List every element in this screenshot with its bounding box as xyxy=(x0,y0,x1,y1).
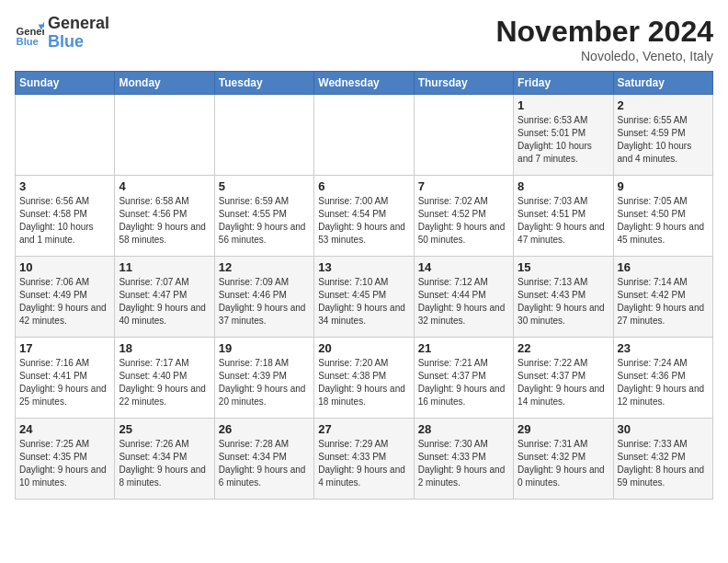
day-number: 21 xyxy=(418,341,509,355)
calendar-cell xyxy=(414,95,513,176)
day-number: 5 xyxy=(219,179,310,193)
calendar-cell: 9Sunrise: 7:05 AM Sunset: 4:50 PM Daylig… xyxy=(613,176,712,257)
weekday-saturday: Saturday xyxy=(613,72,712,95)
calendar-cell: 14Sunrise: 7:12 AM Sunset: 4:44 PM Dayli… xyxy=(414,257,513,338)
day-info: Sunrise: 7:12 AM Sunset: 4:44 PM Dayligh… xyxy=(418,276,509,327)
day-number: 26 xyxy=(219,422,310,436)
day-number: 20 xyxy=(318,341,409,355)
day-info: Sunrise: 6:59 AM Sunset: 4:55 PM Dayligh… xyxy=(219,195,310,247)
day-number: 7 xyxy=(418,179,509,193)
title-block: November 2024 Novoledo, Veneto, Italy xyxy=(495,15,713,63)
weekday-monday: Monday xyxy=(115,72,214,95)
day-info: Sunrise: 7:10 AM Sunset: 4:45 PM Dayligh… xyxy=(318,276,409,327)
calendar-cell: 2Sunrise: 6:55 AM Sunset: 4:59 PM Daylig… xyxy=(613,95,712,176)
calendar-cell: 26Sunrise: 7:28 AM Sunset: 4:34 PM Dayli… xyxy=(214,419,313,500)
weekday-sunday: Sunday xyxy=(16,72,115,95)
logo-line2: Blue xyxy=(48,33,109,52)
calendar-cell: 6Sunrise: 7:00 AM Sunset: 4:54 PM Daylig… xyxy=(314,176,414,257)
day-info: Sunrise: 7:29 AM Sunset: 4:33 PM Dayligh… xyxy=(318,438,409,489)
day-info: Sunrise: 7:06 AM Sunset: 4:49 PM Dayligh… xyxy=(19,276,110,327)
day-number: 8 xyxy=(518,179,609,193)
calendar-cell xyxy=(16,95,115,176)
weekday-thursday: Thursday xyxy=(414,72,513,95)
day-number: 23 xyxy=(618,341,709,355)
calendar-cell: 21Sunrise: 7:21 AM Sunset: 4:37 PM Dayli… xyxy=(414,338,513,419)
day-info: Sunrise: 7:20 AM Sunset: 4:38 PM Dayligh… xyxy=(318,357,409,408)
day-number: 9 xyxy=(618,179,709,193)
day-number: 22 xyxy=(518,341,609,355)
day-number: 1 xyxy=(518,98,609,112)
day-number: 10 xyxy=(19,260,110,274)
day-info: Sunrise: 7:33 AM Sunset: 4:32 PM Dayligh… xyxy=(618,438,709,489)
day-number: 27 xyxy=(318,422,409,436)
week-row-2: 3Sunrise: 6:56 AM Sunset: 4:58 PM Daylig… xyxy=(16,176,713,257)
day-number: 4 xyxy=(119,179,210,193)
day-number: 14 xyxy=(418,260,509,274)
location: Novoledo, Veneto, Italy xyxy=(495,49,713,63)
day-info: Sunrise: 7:05 AM Sunset: 4:50 PM Dayligh… xyxy=(618,195,709,247)
calendar-header: SundayMondayTuesdayWednesdayThursdayFrid… xyxy=(16,72,713,95)
calendar-cell: 18Sunrise: 7:17 AM Sunset: 4:40 PM Dayli… xyxy=(115,338,214,419)
calendar-cell: 4Sunrise: 6:58 AM Sunset: 4:56 PM Daylig… xyxy=(115,176,214,257)
page-header: General Blue General Blue November 2024 … xyxy=(15,15,713,63)
day-info: Sunrise: 7:30 AM Sunset: 4:33 PM Dayligh… xyxy=(418,438,509,489)
calendar-cell: 8Sunrise: 7:03 AM Sunset: 4:51 PM Daylig… xyxy=(514,176,613,257)
calendar-cell: 10Sunrise: 7:06 AM Sunset: 4:49 PM Dayli… xyxy=(16,257,115,338)
calendar-cell: 5Sunrise: 6:59 AM Sunset: 4:55 PM Daylig… xyxy=(214,176,313,257)
calendar-cell: 23Sunrise: 7:24 AM Sunset: 4:36 PM Dayli… xyxy=(613,338,712,419)
week-row-3: 10Sunrise: 7:06 AM Sunset: 4:49 PM Dayli… xyxy=(16,257,713,338)
day-info: Sunrise: 7:00 AM Sunset: 4:54 PM Dayligh… xyxy=(318,195,409,247)
weekday-row: SundayMondayTuesdayWednesdayThursdayFrid… xyxy=(16,72,713,95)
month-title: November 2024 xyxy=(495,15,713,49)
day-number: 6 xyxy=(318,179,409,193)
day-number: 16 xyxy=(618,260,709,274)
calendar-cell: 19Sunrise: 7:18 AM Sunset: 4:39 PM Dayli… xyxy=(214,338,313,419)
day-info: Sunrise: 7:24 AM Sunset: 4:36 PM Dayligh… xyxy=(618,357,709,408)
calendar-cell xyxy=(314,95,414,176)
day-number: 25 xyxy=(119,422,210,436)
day-info: Sunrise: 6:55 AM Sunset: 4:59 PM Dayligh… xyxy=(618,114,709,166)
calendar-cell: 16Sunrise: 7:14 AM Sunset: 4:42 PM Dayli… xyxy=(613,257,712,338)
calendar-cell: 17Sunrise: 7:16 AM Sunset: 4:41 PM Dayli… xyxy=(16,338,115,419)
calendar-cell: 28Sunrise: 7:30 AM Sunset: 4:33 PM Dayli… xyxy=(414,419,513,500)
calendar-cell: 7Sunrise: 7:02 AM Sunset: 4:52 PM Daylig… xyxy=(414,176,513,257)
calendar-cell: 30Sunrise: 7:33 AM Sunset: 4:32 PM Dayli… xyxy=(613,419,712,500)
calendar-cell: 20Sunrise: 7:20 AM Sunset: 4:38 PM Dayli… xyxy=(314,338,414,419)
day-info: Sunrise: 7:09 AM Sunset: 4:46 PM Dayligh… xyxy=(219,276,310,327)
day-number: 17 xyxy=(19,341,110,355)
day-number: 24 xyxy=(19,422,110,436)
svg-text:Blue: Blue xyxy=(17,36,39,47)
day-number: 13 xyxy=(318,260,409,274)
calendar-cell: 12Sunrise: 7:09 AM Sunset: 4:46 PM Dayli… xyxy=(214,257,313,338)
calendar-table: SundayMondayTuesdayWednesdayThursdayFrid… xyxy=(15,71,713,500)
day-info: Sunrise: 7:28 AM Sunset: 4:34 PM Dayligh… xyxy=(219,438,310,489)
day-number: 11 xyxy=(119,260,210,274)
calendar-cell: 22Sunrise: 7:22 AM Sunset: 4:37 PM Dayli… xyxy=(514,338,613,419)
day-info: Sunrise: 7:16 AM Sunset: 4:41 PM Dayligh… xyxy=(19,357,110,408)
day-info: Sunrise: 7:22 AM Sunset: 4:37 PM Dayligh… xyxy=(518,357,609,408)
logo-text: General Blue xyxy=(48,15,109,52)
day-info: Sunrise: 7:26 AM Sunset: 4:34 PM Dayligh… xyxy=(119,438,210,489)
day-number: 19 xyxy=(219,341,310,355)
calendar-cell: 3Sunrise: 6:56 AM Sunset: 4:58 PM Daylig… xyxy=(16,176,115,257)
day-info: Sunrise: 7:17 AM Sunset: 4:40 PM Dayligh… xyxy=(119,357,210,408)
day-info: Sunrise: 7:14 AM Sunset: 4:42 PM Dayligh… xyxy=(618,276,709,327)
day-number: 29 xyxy=(518,422,609,436)
calendar-cell xyxy=(115,95,214,176)
weekday-friday: Friday xyxy=(514,72,613,95)
day-info: Sunrise: 7:21 AM Sunset: 4:37 PM Dayligh… xyxy=(418,357,509,408)
logo-icon: General Blue xyxy=(15,18,44,48)
calendar-cell: 1Sunrise: 6:53 AM Sunset: 5:01 PM Daylig… xyxy=(514,95,613,176)
day-info: Sunrise: 6:56 AM Sunset: 4:58 PM Dayligh… xyxy=(19,195,110,247)
weekday-tuesday: Tuesday xyxy=(214,72,313,95)
day-number: 2 xyxy=(618,98,709,112)
calendar-cell: 27Sunrise: 7:29 AM Sunset: 4:33 PM Dayli… xyxy=(314,419,414,500)
day-info: Sunrise: 7:07 AM Sunset: 4:47 PM Dayligh… xyxy=(119,276,210,327)
calendar-cell: 29Sunrise: 7:31 AM Sunset: 4:32 PM Dayli… xyxy=(514,419,613,500)
day-info: Sunrise: 7:13 AM Sunset: 4:43 PM Dayligh… xyxy=(518,276,609,327)
day-number: 12 xyxy=(219,260,310,274)
week-row-4: 17Sunrise: 7:16 AM Sunset: 4:41 PM Dayli… xyxy=(16,338,713,419)
day-info: Sunrise: 6:58 AM Sunset: 4:56 PM Dayligh… xyxy=(119,195,210,247)
day-info: Sunrise: 7:25 AM Sunset: 4:35 PM Dayligh… xyxy=(19,438,110,489)
day-number: 28 xyxy=(418,422,509,436)
